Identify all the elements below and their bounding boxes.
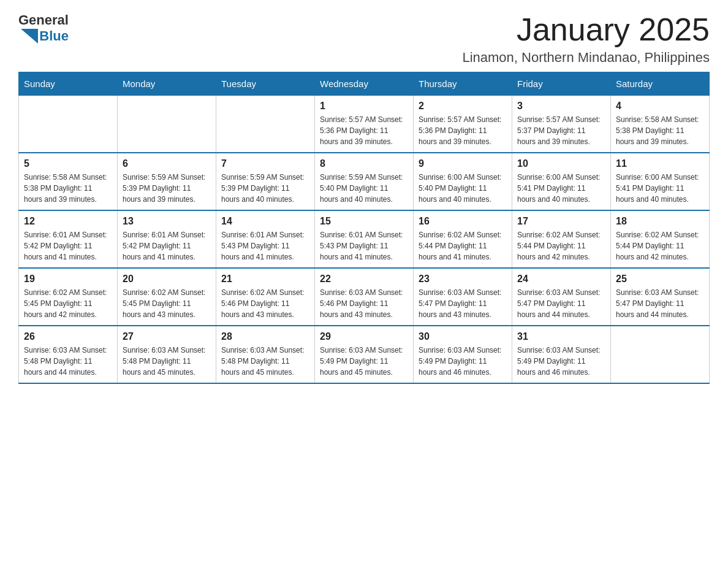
calendar-header-saturday: Saturday bbox=[611, 72, 710, 96]
calendar-week-row: 12Sunrise: 6:01 AM Sunset: 5:42 PM Dayli… bbox=[19, 210, 710, 268]
calendar-cell: 18Sunrise: 6:02 AM Sunset: 5:44 PM Dayli… bbox=[611, 210, 710, 268]
day-info: Sunrise: 5:58 AM Sunset: 5:38 PM Dayligh… bbox=[616, 114, 704, 147]
day-info: Sunrise: 6:00 AM Sunset: 5:41 PM Dayligh… bbox=[616, 172, 704, 205]
calendar-cell: 14Sunrise: 6:01 AM Sunset: 5:43 PM Dayli… bbox=[216, 210, 315, 268]
day-number: 20 bbox=[123, 274, 211, 285]
calendar-cell: 2Sunrise: 5:57 AM Sunset: 5:36 PM Daylig… bbox=[414, 96, 512, 153]
day-info: Sunrise: 6:01 AM Sunset: 5:42 PM Dayligh… bbox=[24, 229, 112, 262]
day-number: 1 bbox=[320, 101, 408, 112]
day-number: 17 bbox=[517, 216, 605, 227]
calendar-cell: 6Sunrise: 5:59 AM Sunset: 5:39 PM Daylig… bbox=[118, 153, 216, 210]
calendar-cell bbox=[611, 326, 710, 383]
day-info: Sunrise: 6:02 AM Sunset: 5:44 PM Dayligh… bbox=[419, 229, 507, 262]
calendar-table: SundayMondayTuesdayWednesdayThursdayFrid… bbox=[18, 72, 710, 384]
calendar-cell: 13Sunrise: 6:01 AM Sunset: 5:42 PM Dayli… bbox=[118, 210, 216, 268]
day-number: 15 bbox=[320, 216, 408, 227]
calendar-cell: 19Sunrise: 6:02 AM Sunset: 5:45 PM Dayli… bbox=[19, 268, 118, 326]
calendar-cell: 4Sunrise: 5:58 AM Sunset: 5:38 PM Daylig… bbox=[611, 96, 710, 153]
calendar-cell: 12Sunrise: 6:01 AM Sunset: 5:42 PM Dayli… bbox=[19, 210, 118, 268]
day-number: 6 bbox=[123, 158, 211, 169]
title-section: January 2025 Linamon, Northern Mindanao,… bbox=[462, 12, 710, 66]
calendar-week-row: 26Sunrise: 6:03 AM Sunset: 5:48 PM Dayli… bbox=[19, 326, 710, 383]
day-number: 9 bbox=[419, 158, 507, 169]
calendar-header-sunday: Sunday bbox=[19, 72, 118, 96]
day-number: 3 bbox=[517, 101, 605, 112]
day-number: 4 bbox=[616, 101, 704, 112]
day-number: 27 bbox=[123, 331, 211, 342]
logo: General Blue bbox=[18, 12, 69, 44]
day-info: Sunrise: 6:03 AM Sunset: 5:49 PM Dayligh… bbox=[320, 345, 408, 378]
calendar-header-row: SundayMondayTuesdayWednesdayThursdayFrid… bbox=[19, 72, 710, 96]
calendar-cell: 31Sunrise: 6:03 AM Sunset: 5:49 PM Dayli… bbox=[512, 326, 611, 383]
day-info: Sunrise: 6:03 AM Sunset: 5:47 PM Dayligh… bbox=[616, 287, 704, 320]
calendar-header-friday: Friday bbox=[512, 72, 611, 96]
day-info: Sunrise: 6:03 AM Sunset: 5:48 PM Dayligh… bbox=[24, 345, 112, 378]
calendar-cell: 20Sunrise: 6:02 AM Sunset: 5:45 PM Dayli… bbox=[118, 268, 216, 326]
calendar-cell: 8Sunrise: 5:59 AM Sunset: 5:40 PM Daylig… bbox=[315, 153, 414, 210]
day-info: Sunrise: 5:57 AM Sunset: 5:37 PM Dayligh… bbox=[517, 114, 605, 147]
day-info: Sunrise: 5:59 AM Sunset: 5:39 PM Dayligh… bbox=[221, 172, 309, 205]
logo-blue: Blue bbox=[39, 28, 69, 44]
calendar-cell: 15Sunrise: 6:01 AM Sunset: 5:43 PM Dayli… bbox=[315, 210, 414, 268]
calendar-cell: 22Sunrise: 6:03 AM Sunset: 5:46 PM Dayli… bbox=[315, 268, 414, 326]
calendar-week-row: 19Sunrise: 6:02 AM Sunset: 5:45 PM Dayli… bbox=[19, 268, 710, 326]
day-number: 29 bbox=[320, 331, 408, 342]
calendar-cell: 10Sunrise: 6:00 AM Sunset: 5:41 PM Dayli… bbox=[512, 153, 611, 210]
day-info: Sunrise: 6:00 AM Sunset: 5:40 PM Dayligh… bbox=[419, 172, 507, 205]
day-info: Sunrise: 6:02 AM Sunset: 5:46 PM Dayligh… bbox=[221, 287, 309, 320]
day-info: Sunrise: 6:03 AM Sunset: 5:48 PM Dayligh… bbox=[123, 345, 211, 378]
day-number: 11 bbox=[616, 158, 704, 169]
day-number: 22 bbox=[320, 274, 408, 285]
day-info: Sunrise: 6:02 AM Sunset: 5:45 PM Dayligh… bbox=[24, 287, 112, 320]
calendar-cell: 30Sunrise: 6:03 AM Sunset: 5:49 PM Dayli… bbox=[414, 326, 512, 383]
day-info: Sunrise: 6:02 AM Sunset: 5:44 PM Dayligh… bbox=[616, 229, 704, 262]
day-number: 2 bbox=[419, 101, 507, 112]
logo-general: General bbox=[18, 12, 69, 28]
calendar-cell bbox=[19, 96, 118, 153]
page-header: General Blue January 2025 Linamon, North… bbox=[18, 12, 710, 66]
day-info: Sunrise: 6:00 AM Sunset: 5:41 PM Dayligh… bbox=[517, 172, 605, 205]
calendar-cell: 7Sunrise: 5:59 AM Sunset: 5:39 PM Daylig… bbox=[216, 153, 315, 210]
calendar-cell: 9Sunrise: 6:00 AM Sunset: 5:40 PM Daylig… bbox=[414, 153, 512, 210]
calendar-cell: 27Sunrise: 6:03 AM Sunset: 5:48 PM Dayli… bbox=[118, 326, 216, 383]
day-number: 26 bbox=[24, 331, 112, 342]
day-info: Sunrise: 5:58 AM Sunset: 5:38 PM Dayligh… bbox=[24, 172, 112, 205]
day-number: 8 bbox=[320, 158, 408, 169]
day-number: 10 bbox=[517, 158, 605, 169]
day-number: 23 bbox=[419, 274, 507, 285]
logo-icon bbox=[21, 29, 38, 44]
page-title: January 2025 bbox=[462, 12, 710, 47]
day-info: Sunrise: 6:02 AM Sunset: 5:45 PM Dayligh… bbox=[123, 287, 211, 320]
day-info: Sunrise: 6:03 AM Sunset: 5:49 PM Dayligh… bbox=[517, 345, 605, 378]
day-info: Sunrise: 6:01 AM Sunset: 5:43 PM Dayligh… bbox=[320, 229, 408, 262]
calendar-header-wednesday: Wednesday bbox=[315, 72, 414, 96]
calendar-cell: 11Sunrise: 6:00 AM Sunset: 5:41 PM Dayli… bbox=[611, 153, 710, 210]
calendar-header-monday: Monday bbox=[118, 72, 216, 96]
day-number: 25 bbox=[616, 274, 704, 285]
day-number: 31 bbox=[517, 331, 605, 342]
day-number: 5 bbox=[24, 158, 112, 169]
day-info: Sunrise: 5:57 AM Sunset: 5:36 PM Dayligh… bbox=[419, 114, 507, 147]
calendar-cell: 21Sunrise: 6:02 AM Sunset: 5:46 PM Dayli… bbox=[216, 268, 315, 326]
day-number: 13 bbox=[123, 216, 211, 227]
calendar-cell: 25Sunrise: 6:03 AM Sunset: 5:47 PM Dayli… bbox=[611, 268, 710, 326]
day-number: 21 bbox=[221, 274, 309, 285]
calendar-header-tuesday: Tuesday bbox=[216, 72, 315, 96]
page-subtitle: Linamon, Northern Mindanao, Philippines bbox=[462, 50, 710, 66]
calendar-cell: 5Sunrise: 5:58 AM Sunset: 5:38 PM Daylig… bbox=[19, 153, 118, 210]
svg-marker-0 bbox=[21, 29, 38, 44]
calendar-cell bbox=[118, 96, 216, 153]
day-info: Sunrise: 6:03 AM Sunset: 5:46 PM Dayligh… bbox=[320, 287, 408, 320]
day-number: 30 bbox=[419, 331, 507, 342]
calendar-cell: 26Sunrise: 6:03 AM Sunset: 5:48 PM Dayli… bbox=[19, 326, 118, 383]
calendar-cell: 1Sunrise: 5:57 AM Sunset: 5:36 PM Daylig… bbox=[315, 96, 414, 153]
day-info: Sunrise: 5:59 AM Sunset: 5:40 PM Dayligh… bbox=[320, 172, 408, 205]
day-number: 16 bbox=[419, 216, 507, 227]
day-info: Sunrise: 6:02 AM Sunset: 5:44 PM Dayligh… bbox=[517, 229, 605, 262]
calendar-cell bbox=[216, 96, 315, 153]
calendar-week-row: 1Sunrise: 5:57 AM Sunset: 5:36 PM Daylig… bbox=[19, 96, 710, 153]
day-info: Sunrise: 6:03 AM Sunset: 5:47 PM Dayligh… bbox=[419, 287, 507, 320]
calendar-cell: 24Sunrise: 6:03 AM Sunset: 5:47 PM Dayli… bbox=[512, 268, 611, 326]
day-info: Sunrise: 6:03 AM Sunset: 5:49 PM Dayligh… bbox=[419, 345, 507, 378]
calendar-cell: 3Sunrise: 5:57 AM Sunset: 5:37 PM Daylig… bbox=[512, 96, 611, 153]
